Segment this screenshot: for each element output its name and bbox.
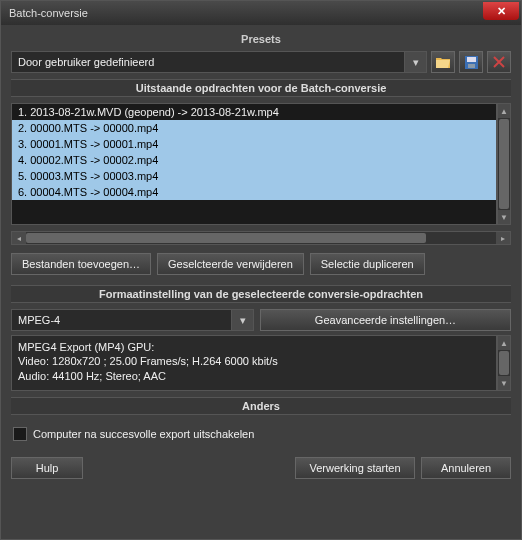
- help-button[interactable]: Hulp: [11, 457, 83, 479]
- queue-vscrollbar[interactable]: ▲ ▼: [497, 103, 511, 225]
- dialog-content: Presets Door gebruiker gedefinieerd ▾ Ui…: [1, 25, 521, 539]
- info-vscrollbar[interactable]: ▲ ▼: [497, 335, 511, 391]
- scroll-up-icon[interactable]: ▲: [498, 336, 510, 350]
- delete-icon: [493, 56, 505, 68]
- remove-selected-button[interactable]: Geselcteerde verwijderen: [157, 253, 304, 275]
- scroll-down-icon[interactable]: ▼: [498, 210, 510, 224]
- scroll-up-icon[interactable]: ▲: [498, 104, 510, 118]
- svg-rect-2: [468, 64, 475, 68]
- hscroll-track[interactable]: [26, 232, 496, 244]
- chevron-down-icon: ▾: [404, 52, 426, 72]
- save-preset-button[interactable]: [459, 51, 483, 73]
- svg-rect-1: [467, 57, 476, 62]
- queue-item[interactable]: 3. 00001.MTS -> 00001.mp4: [12, 136, 496, 152]
- shutdown-label: Computer na succesvolle export uitschake…: [33, 428, 254, 440]
- queue-title: Uitstaande opdrachten voor de Batch-conv…: [11, 79, 511, 97]
- shutdown-row[interactable]: Computer na succesvolle export uitschake…: [11, 421, 511, 447]
- presets-title: Presets: [11, 31, 511, 47]
- format-row: MPEG-4 ▾ Geavanceerde instellingen…: [11, 309, 511, 331]
- format-selected: MPEG-4: [18, 314, 60, 326]
- scroll-thumb[interactable]: [499, 351, 509, 375]
- format-combobox[interactable]: MPEG-4 ▾: [11, 309, 254, 331]
- close-icon: ✕: [497, 5, 506, 18]
- queue-buttons: Bestanden toevoegen… Geselcteerde verwij…: [11, 253, 511, 275]
- queue-list[interactable]: 1. 2013-08-21w.MVD (geopend) -> 2013-08-…: [11, 103, 497, 225]
- format-info-container: MPEG4 Export (MP4) GPU: Video: 1280x720 …: [11, 335, 511, 391]
- scroll-right-icon[interactable]: ▸: [496, 232, 510, 244]
- chevron-down-icon: ▾: [231, 310, 253, 330]
- titlebar: Batch-conversie ✕: [1, 1, 521, 25]
- shutdown-checkbox[interactable]: [13, 427, 27, 441]
- queue-item[interactable]: 6. 00004.MTS -> 00004.mp4: [12, 184, 496, 200]
- footer-spacer: [89, 457, 289, 479]
- add-files-button[interactable]: Bestanden toevoegen…: [11, 253, 151, 275]
- format-title: Formaatinstelling van de geselecteerde c…: [11, 285, 511, 303]
- open-preset-button[interactable]: [431, 51, 455, 73]
- presets-combobox[interactable]: Door gebruiker gedefinieerd ▾: [11, 51, 427, 73]
- scroll-thumb[interactable]: [499, 119, 509, 209]
- duplicate-selection-button[interactable]: Selectie dupliceren: [310, 253, 425, 275]
- delete-preset-button[interactable]: [487, 51, 511, 73]
- format-info: MPEG4 Export (MP4) GPU: Video: 1280x720 …: [11, 335, 497, 391]
- queue-item[interactable]: 5. 00003.MTS -> 00003.mp4: [12, 168, 496, 184]
- queue-item[interactable]: 4. 00002.MTS -> 00002.mp4: [12, 152, 496, 168]
- hscroll-thumb[interactable]: [26, 233, 426, 243]
- presets-selected: Door gebruiker gedefinieerd: [18, 56, 154, 68]
- other-title: Anders: [11, 397, 511, 415]
- save-icon: [465, 56, 478, 69]
- presets-row: Door gebruiker gedefinieerd ▾: [11, 51, 511, 73]
- close-button[interactable]: ✕: [483, 2, 519, 20]
- queue-item[interactable]: 1. 2013-08-21w.MVD (geopend) -> 2013-08-…: [12, 104, 496, 120]
- cancel-button[interactable]: Annuleren: [421, 457, 511, 479]
- queue-item[interactable]: 2. 00000.MTS -> 00000.mp4: [12, 120, 496, 136]
- queue-container: 1. 2013-08-21w.MVD (geopend) -> 2013-08-…: [11, 103, 511, 225]
- queue-hscrollbar[interactable]: ◂ ▸: [11, 231, 511, 245]
- footer: Hulp Verwerking starten Annuleren: [11, 457, 511, 479]
- scroll-left-icon[interactable]: ◂: [12, 232, 26, 244]
- scroll-down-icon[interactable]: ▼: [498, 376, 510, 390]
- folder-icon: [436, 56, 450, 68]
- window-title: Batch-conversie: [9, 7, 88, 19]
- advanced-settings-button[interactable]: Geavanceerde instellingen…: [260, 309, 511, 331]
- dialog-window: Batch-conversie ✕ Presets Door gebruiker…: [0, 0, 522, 540]
- start-button[interactable]: Verwerking starten: [295, 457, 415, 479]
